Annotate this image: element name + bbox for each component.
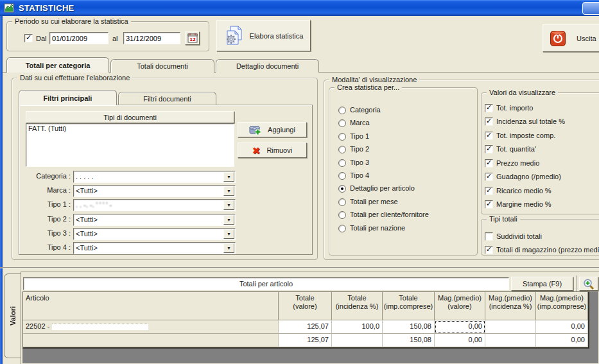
modalita-groupbox: Modalita' di visualizzazione Crea statis… — [324, 80, 599, 260]
column-header-mag-imp-comprese[interactable]: Mag.(pmedio) (imp.comprese) — [536, 292, 588, 320]
column-header-totale-imp-comprese[interactable]: Totale (imp.comprese) — [383, 292, 435, 320]
checkbox-ricarico-medio[interactable] — [485, 187, 493, 195]
checkbox-guadagno-pmedio[interactable] — [485, 173, 493, 181]
chevron-down-icon[interactable]: ▼ — [223, 229, 234, 239]
subtab-label: Filtri documenti — [143, 95, 191, 103]
col-line2: (valore) — [279, 302, 331, 311]
subtab-filtri-principali[interactable]: Filtri principali — [19, 90, 117, 105]
valori-legend: Valori da visualizzare — [487, 89, 558, 96]
radio-totali-per-nazione[interactable] — [338, 225, 346, 232]
checkbox-prezzo-medio[interactable] — [485, 159, 493, 168]
tipo4-combobox[interactable]: <Tutti> ▼ — [73, 242, 236, 254]
radio-tipo-1[interactable] — [338, 133, 346, 141]
radio-totali-per-cliente-fornitore[interactable] — [338, 211, 346, 219]
tab-label: Dettaglio documenti — [236, 62, 299, 70]
combo-value: . . . . . — [76, 173, 94, 180]
uscita-label: Uscita — [577, 35, 596, 42]
table-cell[interactable]: 0,00 — [435, 334, 485, 347]
subtab-filtri-documenti[interactable]: Filtri documenti — [118, 92, 216, 105]
checkbox-label: Tot. importo — [496, 104, 533, 112]
remove-x-icon: ✖ — [252, 146, 261, 155]
radio-dettaglio-per-articolo[interactable] — [338, 185, 346, 193]
tab-label: Totali documenti — [137, 62, 188, 70]
tab-totali-documenti[interactable]: Totali documenti — [110, 59, 214, 73]
categoria-combobox[interactable]: . . . . . ▼ — [73, 171, 236, 183]
chevron-down-icon[interactable]: ▼ — [223, 172, 234, 182]
column-header-mag-valore[interactable]: Mag.(pmedio) (valore) — [435, 292, 485, 320]
checkbox-tot-quantita[interactable] — [485, 145, 493, 153]
table-cell[interactable] — [485, 320, 536, 334]
radio-label: Totali per cliente/fornitore — [350, 211, 429, 218]
table-cell[interactable] — [485, 334, 536, 347]
checkbox-label: Totali di magazzino (prezzo medio) — [496, 246, 599, 254]
checkbox-incidenza-sul-totale[interactable] — [485, 117, 493, 126]
uscita-button[interactable]: Uscita — [543, 24, 599, 52]
chevron-down-icon[interactable]: ▼ — [223, 186, 234, 196]
date-to-input[interactable] — [123, 32, 180, 44]
rimuovi-button[interactable]: ✖ Rimuovi — [238, 143, 307, 158]
tab-valori-vertical[interactable]: Valori — [4, 273, 21, 358]
marca-combobox[interactable]: <Tutti> ▼ — [73, 185, 236, 197]
radio-categoria[interactable] — [338, 107, 346, 114]
checkbox-suddividi-totali[interactable] — [485, 232, 493, 241]
radio-marca[interactable] — [338, 119, 346, 127]
table-cell[interactable]: 150,08 — [383, 334, 435, 347]
radio-label: Marca — [350, 119, 370, 126]
results-title: Totali per articolo — [239, 280, 293, 288]
elabora-statistica-button[interactable]: Elabora statistica — [216, 20, 311, 51]
table-cell[interactable]: 150,08 — [383, 320, 435, 334]
table-cell[interactable]: 0,00 — [536, 320, 588, 334]
doc-types-list[interactable]: FATT. (Tutti) — [26, 123, 234, 167]
table-cell-focused[interactable]: 0,00 — [435, 320, 485, 334]
column-header-articolo[interactable]: Articolo — [23, 292, 279, 320]
col-line1: Totale — [332, 294, 382, 302]
table-cell[interactable] — [332, 334, 383, 347]
radio-tipo-2[interactable] — [338, 146, 346, 153]
chevron-down-icon[interactable]: ▼ — [223, 215, 234, 225]
calendar-button[interactable]: 12 — [185, 31, 200, 45]
checkbox-tot-importo[interactable] — [485, 104, 493, 112]
doc-types-header: Tipi di documenti — [26, 111, 234, 123]
tab-totali-per-categoria[interactable]: Totali per categoria — [6, 57, 109, 73]
toolbar-divider — [576, 275, 577, 292]
window-control-button[interactable] — [582, 2, 599, 15]
articolo-code: 22502 - — [26, 322, 49, 330]
tipo2-combobox[interactable]: <Tutti> ▼ — [73, 214, 236, 226]
doc-type-item[interactable]: FATT. (Tutti) — [26, 124, 234, 133]
chevron-down-icon[interactable]: ▼ — [223, 243, 234, 253]
zoom-button[interactable] — [579, 277, 598, 291]
checkbox-label: Guadagno (/pmedio) — [496, 173, 561, 180]
column-header-totale-incidenza[interactable]: Totale (incidenza %) — [332, 292, 383, 320]
date-from-input[interactable] — [49, 32, 109, 44]
table-row-articolo[interactable]: 22502 - — [23, 320, 279, 334]
elabora-label: Elabora statistica — [250, 32, 304, 40]
stampa-button[interactable]: Stampa (F9) — [511, 277, 573, 291]
checkbox-margine-medio[interactable] — [485, 200, 493, 209]
table-cell[interactable]: 125,07 — [279, 334, 332, 347]
radio-totali-per-mese[interactable] — [338, 198, 346, 206]
al-label: al — [112, 35, 118, 42]
tipo3-combobox[interactable]: <Tutti> ▼ — [73, 228, 236, 240]
table-cell[interactable]: 125,07 — [279, 320, 332, 334]
table-row-articolo[interactable] — [23, 334, 279, 347]
combo-value: <Tutti> — [76, 230, 98, 238]
radio-tipo-4[interactable] — [338, 172, 346, 180]
dal-checkbox[interactable] — [24, 34, 33, 42]
radio-label: Tipo 3 — [350, 159, 369, 166]
radio-label: Dettaglio per articolo — [350, 184, 415, 192]
checkbox-label: Ricarico medio % — [496, 187, 551, 195]
checkbox-tot-imposte-comp[interactable] — [485, 132, 493, 140]
add-box-icon — [249, 125, 261, 135]
radio-tipo-3[interactable] — [338, 159, 346, 167]
table-cell[interactable]: 100,0 — [332, 320, 383, 334]
checkbox-totali-di-magazzino[interactable] — [485, 246, 493, 254]
tab-dettaglio-documenti[interactable]: Dettaglio documenti — [216, 59, 319, 73]
column-header-mag-incidenza[interactable]: Mag.(pmedio) (incidenza %) — [485, 292, 536, 320]
table-cell[interactable]: 0,00 — [536, 334, 588, 347]
aggiungi-button[interactable]: Aggiungi — [238, 122, 307, 137]
chevron-down-icon[interactable]: ▼ — [223, 200, 234, 210]
separator — [0, 267, 599, 268]
tipo1-combobox[interactable]: . . -. -. ' ' ' ' - ▼ — [73, 199, 236, 211]
tipi-totali-legend: Tipi totali — [487, 215, 520, 223]
column-header-totale-valore[interactable]: Totale (valore) — [279, 292, 332, 320]
